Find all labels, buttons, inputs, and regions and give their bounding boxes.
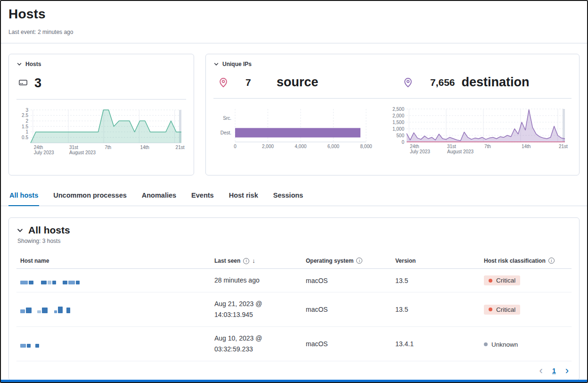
table-row: Aug 21, 2023 @ 14:03:13.945 macOS 13.5 C… xyxy=(16,292,572,327)
svg-text:31st: 31st xyxy=(447,144,456,149)
svg-text:Src.: Src. xyxy=(223,116,231,121)
svg-text:August 2023: August 2023 xyxy=(447,149,474,154)
redacted-host-name[interactable] xyxy=(20,306,207,313)
redacted-host-name[interactable] xyxy=(20,340,207,348)
risk-badge: Unknown xyxy=(484,341,518,348)
all-hosts-table: Host name Last seeni↓ Operating systemi … xyxy=(16,253,572,361)
risk-dot-icon xyxy=(484,342,488,346)
svg-text:14th: 14th xyxy=(140,145,149,150)
app-window: Hosts Last event: 2 minutes ago Hosts xyxy=(0,0,588,383)
tab-all-hosts[interactable]: All hosts xyxy=(8,190,39,206)
page-number[interactable]: 1 xyxy=(552,367,556,375)
hosts-tabs: All hosts Uncommon processes Anomalies E… xyxy=(1,190,587,206)
unique-ips-kpi-panel: Unique IPs 7 source xyxy=(205,54,580,175)
unique-ips-metrics: 7 source 7,656 destination xyxy=(213,75,572,90)
svg-text:2: 2 xyxy=(25,118,28,124)
svg-text:2,000: 2,000 xyxy=(392,113,404,118)
svg-text:3: 3 xyxy=(25,108,28,113)
table-header-row: Host name Last seeni↓ Operating systemi … xyxy=(16,253,572,269)
pagination: ‹ 1 › xyxy=(16,361,572,377)
showing-count: Showing: 3 hosts xyxy=(17,238,572,244)
column-last-seen[interactable]: Last seeni↓ xyxy=(211,253,302,269)
source-ips-count: 7 xyxy=(245,77,270,88)
os-value: macOS xyxy=(302,269,392,292)
svg-text:7th: 7th xyxy=(484,144,491,149)
hosts-count-value: 3 xyxy=(34,76,41,91)
svg-text:31st: 31st xyxy=(69,145,78,150)
chevron-down-icon[interactable] xyxy=(16,61,22,67)
svg-text:21st: 21st xyxy=(176,145,185,150)
timeline-bar[interactable] xyxy=(1,380,587,382)
svg-text:August 2023: August 2023 xyxy=(69,150,96,155)
last-seen-value: Aug 10, 2023 @ 03:32:59.233 xyxy=(214,333,272,355)
svg-text:1: 1 xyxy=(25,129,28,134)
column-operating-system[interactable]: Operating systemi xyxy=(302,253,392,269)
panel-divider xyxy=(16,99,186,100)
svg-text:500: 500 xyxy=(396,133,404,138)
unique-ips-bar-chart: 02,0004,0006,0008,000Src.Dest. xyxy=(213,106,374,158)
version-value: 13.4.1 xyxy=(392,327,480,361)
tab-host-risk[interactable]: Host risk xyxy=(228,190,259,206)
svg-text:0: 0 xyxy=(401,140,404,145)
chevron-down-icon[interactable] xyxy=(16,227,24,234)
svg-text:8,000: 8,000 xyxy=(360,144,372,149)
destination-pin-icon xyxy=(403,77,413,88)
source-ips-label: source xyxy=(277,75,318,90)
svg-text:14th: 14th xyxy=(522,144,531,149)
column-host-name[interactable]: Host name xyxy=(16,253,211,269)
storage-icon xyxy=(18,78,28,89)
destination-ips-count: 7,656 xyxy=(430,77,455,88)
svg-text:1,000: 1,000 xyxy=(392,126,404,132)
svg-text:24th: 24th xyxy=(34,145,43,150)
source-pin-icon xyxy=(218,77,229,88)
sort-desc-icon: ↓ xyxy=(252,257,255,264)
page-title: Hosts xyxy=(8,7,580,22)
tab-anomalies[interactable]: Anomalies xyxy=(141,190,177,206)
tab-events[interactable]: Events xyxy=(190,190,215,206)
svg-text:July 2023: July 2023 xyxy=(410,149,430,154)
table-row: Aug 10, 2023 @ 03:32:59.233 macOS 13.4.1… xyxy=(16,327,572,361)
version-value: 13.5 xyxy=(392,292,480,327)
destination-ips-label: destination xyxy=(462,75,530,90)
svg-text:July 2023: July 2023 xyxy=(34,150,54,155)
previous-page-icon[interactable]: ‹ xyxy=(539,367,543,374)
all-hosts-panel: All hosts Showing: 3 hosts Host name Las… xyxy=(8,217,580,381)
last-seen-value: 28 minutes ago xyxy=(214,275,260,286)
tab-uncommon-processes[interactable]: Uncommon processes xyxy=(52,190,128,206)
risk-badge: Critical xyxy=(484,305,520,315)
panel-divider xyxy=(213,98,572,99)
svg-text:24th: 24th xyxy=(410,144,419,149)
svg-text:1,500: 1,500 xyxy=(392,120,404,125)
os-value: macOS xyxy=(302,327,392,361)
unique-ips-area-chart: 2,5002,0001,5001,000500024thJuly 202331s… xyxy=(385,106,570,158)
hosts-metric: 3 xyxy=(18,76,186,91)
svg-text:2,500: 2,500 xyxy=(392,107,404,112)
risk-dot-icon xyxy=(489,308,492,311)
last-seen-value: Aug 21, 2023 @ 14:03:13.945 xyxy=(214,299,272,320)
svg-text:2.5: 2.5 xyxy=(22,113,28,118)
all-hosts-title: All hosts xyxy=(28,225,70,236)
kpi-row: Hosts 3 32.521.510.524thJuly 202331stAug… xyxy=(1,43,587,175)
svg-text:Dest.: Dest. xyxy=(220,130,231,135)
unique-ips-charts: 02,0004,0006,0008,000Src.Dest. 2,5002,00… xyxy=(213,106,572,158)
version-value: 13.5 xyxy=(392,269,480,292)
redacted-host-name[interactable] xyxy=(20,277,207,284)
info-icon[interactable]: i xyxy=(356,258,362,264)
next-page-icon[interactable]: › xyxy=(565,367,569,374)
hosts-panel-title: Hosts xyxy=(25,61,41,67)
risk-label: Critical xyxy=(496,277,515,284)
svg-text:7th: 7th xyxy=(105,145,111,150)
risk-dot-icon xyxy=(489,279,492,283)
risk-badge: Critical xyxy=(484,275,520,285)
chevron-down-icon[interactable] xyxy=(213,61,219,67)
tab-sessions[interactable]: Sessions xyxy=(272,190,304,206)
hosts-area-chart: 32.521.510.524thJuly 202331stAugust 2023… xyxy=(16,107,186,159)
column-version[interactable]: Version xyxy=(392,253,480,269)
info-icon[interactable]: i xyxy=(548,258,555,264)
risk-label: Critical xyxy=(496,306,515,313)
info-icon[interactable]: i xyxy=(243,258,249,264)
svg-text:2,000: 2,000 xyxy=(262,144,274,149)
hosts-panel-header: Hosts xyxy=(16,61,186,67)
column-host-risk-classification[interactable]: Host risk classificationi xyxy=(480,253,572,269)
page-header: Hosts Last event: 2 minutes ago xyxy=(1,1,587,35)
